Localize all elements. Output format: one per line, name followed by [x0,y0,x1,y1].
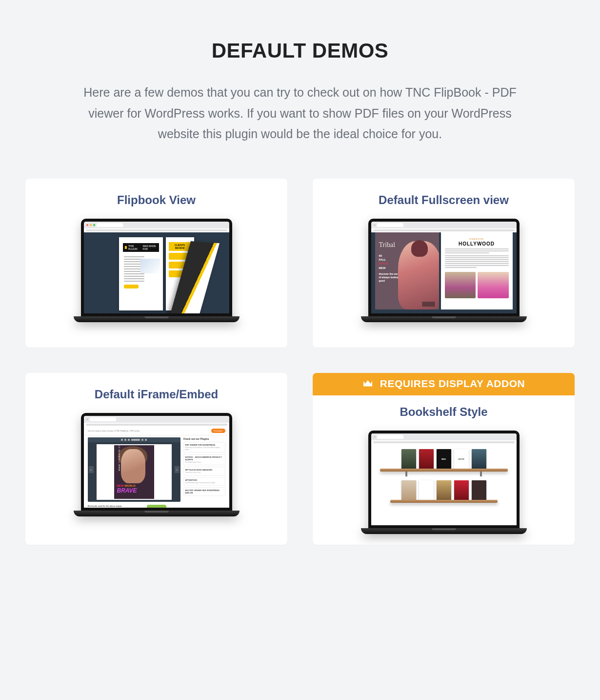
book-cover: MENU [437,449,451,470]
laptop-mockup: You are using a demo version of TNC Flip… [74,413,240,516]
addon-banner: REQUIRES DISPLAY ADDON [313,373,575,395]
browser-chrome [371,222,517,228]
demo-card-iframe[interactable]: Default iFrame/Embed You are using a dem… [25,373,287,545]
demo-grid: Flipbook View THIS PLUGINWAS MADE FOR [25,179,575,545]
browser-url-bar [371,440,517,444]
laptop-mockup: THIS PLUGINWAS MADE FOR CLIENTS REVIEW [74,219,240,322]
addon-label: REQUIRES DISPLAY ADDON [380,378,525,390]
browser-chrome [84,222,229,228]
embed-preview: You are using a demo version of TNC Flip… [84,427,229,508]
section-description: Here are a few demos that you can try to… [80,82,520,144]
bookshelf-preview: MENUNATURE [371,444,517,525]
browser-url-bar [371,228,517,232]
book-cover [419,449,434,470]
shelf-row-2 [380,480,508,501]
demo-card-flipbook[interactable]: Flipbook View THIS PLUGINWAS MADE FOR [25,179,287,348]
browser-url-bar [84,228,229,232]
book-cover [437,480,451,501]
book-cover [472,480,486,501]
book-cover [401,480,416,501]
browser-url-bar [84,423,229,427]
book-cover [419,480,434,501]
browser-chrome [371,433,517,440]
book-cover: NATURE [454,449,469,470]
section-title: DEFAULT DEMOS [25,39,575,62]
card-title: Default iFrame/Embed [95,388,218,401]
book-cover [472,449,486,470]
demo-card-fullscreen[interactable]: Default Fullscreen view Tribal 60FALLSTY… [313,179,575,348]
card-title: Default Fullscreen view [379,193,509,207]
browser-chrome [84,416,229,423]
card-title: Bookshelf Style [400,405,487,419]
book-cover [401,449,416,470]
laptop-mockup: Tribal 60FALLSTYLENEW discover the secre… [361,219,527,322]
crown-icon [362,379,373,388]
magazine-preview: Tribal 60FALLSTYLENEW discover the secre… [375,232,513,309]
flipbook-preview: THIS PLUGINWAS MADE FOR CLIENTS REVIEW [84,232,229,313]
book-cover [454,480,469,501]
demo-card-bookshelf-wrapper: REQUIRES DISPLAY ADDON Bookshelf Style M… [313,373,575,545]
laptop-mockup: MENUNATURE [361,431,527,534]
shelf-row-1: MENUNATURE [380,449,508,470]
demo-card-bookshelf[interactable]: Bookshelf Style MENUNATURE [313,395,575,545]
card-title: Flipbook View [117,193,196,207]
